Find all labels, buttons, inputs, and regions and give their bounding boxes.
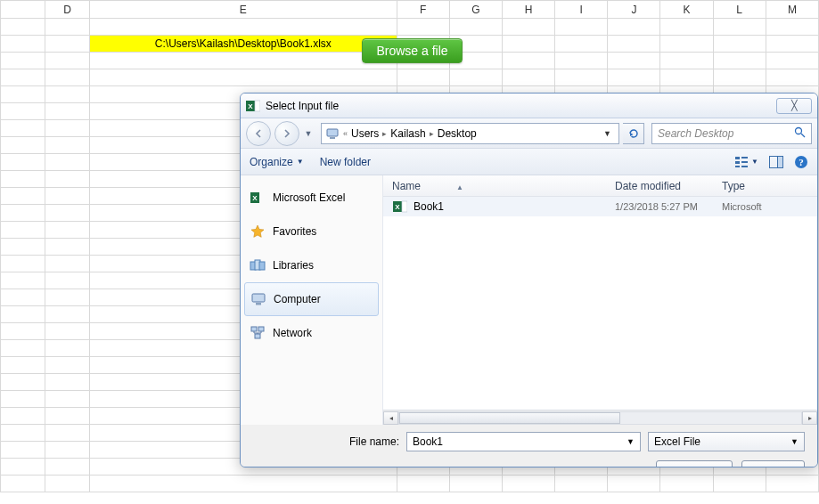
svg-rect-12 [741,166,748,167]
svg-rect-3 [327,129,338,136]
col-header[interactable]: G [449,1,502,19]
svg-rect-21 [259,262,265,270]
svg-rect-24 [251,327,257,331]
address-bar[interactable]: « Users▸ Kailash▸ Desktop ▼ [321,123,619,144]
chevron-down-icon: ▼ [751,158,758,166]
svg-rect-28 [402,201,407,212]
svg-text:X: X [248,102,253,110]
network-icon [250,325,266,341]
sidebar-item-computer[interactable]: Computer [244,282,379,316]
cancel-button[interactable]: Cancel [741,460,805,467]
new-folder-button[interactable]: New folder [320,156,371,168]
sidebar-item-label: Microsoft Excel [273,191,345,204]
scroll-right-button[interactable]: ▸ [802,411,817,425]
col-header[interactable]: K [660,1,713,19]
header-name[interactable]: Name▲ [383,180,615,192]
sidebar-item-libraries[interactable]: Libraries [241,248,382,282]
svg-rect-26 [255,334,260,338]
svg-rect-22 [252,294,265,302]
svg-rect-9 [735,166,740,167]
col-header[interactable]: J [608,1,660,19]
file-type: Microsoft [722,201,817,212]
col-header[interactable]: L [713,1,766,19]
dialog-close-button[interactable]: ╳ [776,98,812,114]
file-type-filter[interactable]: Excel File ▼ [648,432,805,451]
sidebar-item-excel[interactable]: X Microsoft Excel [241,181,382,215]
breadcrumb-item[interactable]: Kailash▸ [390,127,433,140]
dialog-navbar: ▼ « Users▸ Kailash▸ Desktop ▼ Search Des… [241,118,817,149]
cell[interactable] [45,19,90,36]
chevron-right-icon: ▸ [430,129,434,138]
search-placeholder: Search Desktop [658,127,733,140]
col-header[interactable]: H [503,1,555,19]
scroll-track[interactable] [398,411,802,425]
organize-menu[interactable]: Organize▼ [250,156,304,168]
col-header[interactable]: F [397,1,449,19]
file-row[interactable]: X Book1 1/23/2018 5:27 PM Microsoft [383,197,817,216]
chevron-right-icon: ▸ [382,129,387,138]
computer-icon [250,291,266,307]
svg-rect-7 [735,157,740,159]
svg-rect-25 [258,327,264,331]
scroll-thumb[interactable] [399,412,620,424]
column-header-row: D E F G H I J K L M [1,1,819,19]
sidebar-item-label: Favorites [273,225,316,238]
col-header[interactable]: E [90,1,397,19]
sort-indicator-icon: ▲ [456,183,463,191]
sidebar-item-network[interactable]: Network [241,316,382,350]
file-open-dialog: X Select Input file ╳ ▼ « Users▸ Kailash… [240,93,818,467]
svg-point-5 [796,127,802,134]
scroll-left-button[interactable]: ◂ [383,411,398,425]
svg-rect-4 [330,137,335,139]
search-icon[interactable] [794,126,806,141]
svg-rect-10 [741,157,748,159]
address-dropdown[interactable]: ▼ [600,129,615,138]
file-name: Book1 [414,200,444,213]
svg-rect-8 [735,161,740,164]
col-header[interactable]: M [766,1,818,19]
back-button[interactable] [246,121,271,146]
path-cell[interactable]: C:\Users\Kailash\Desktop\Book1.xlsx [90,36,397,53]
col-header[interactable]: D [45,1,90,19]
filename-history-dropdown[interactable]: ▼ [627,437,635,446]
computer-icon [325,126,340,141]
tools-menu[interactable]: Tools▼ [601,465,647,468]
header-type[interactable]: Type [722,180,817,192]
chevron-left-icon: « [343,129,348,138]
horizontal-scrollbar[interactable]: ◂ ▸ [383,410,817,425]
preview-pane-toggle[interactable] [769,156,783,168]
svg-rect-23 [256,303,261,305]
svg-line-6 [801,134,805,137]
file-date: 1/23/2018 5:27 PM [615,201,722,212]
filename-label: File name: [253,435,399,448]
filename-input[interactable]: Book1 ▼ [406,432,641,451]
svg-rect-11 [741,161,748,163]
help-button[interactable]: ? [794,155,808,169]
search-input[interactable]: Search Desktop [651,123,812,144]
breadcrumb-item[interactable]: Users▸ [351,127,387,140]
nav-history-dropdown[interactable]: ▼ [303,125,314,142]
sidebar-item-favorites[interactable]: Favorites [241,215,382,248]
svg-rect-1 [255,101,260,111]
svg-rect-14 [778,156,783,167]
sidebar-item-label: Libraries [273,259,314,272]
svg-text:X: X [252,194,258,202]
browse-file-button[interactable]: Browse a file [362,38,463,63]
file-list: Name▲ Date modified Type X Book1 1/23/20… [383,175,817,425]
excel-icon: X [246,99,260,113]
forward-button[interactable] [274,121,299,146]
select-button[interactable]: Select▾ [656,460,732,467]
star-icon [250,224,266,240]
list-header: Name▲ Date modified Type [383,175,817,197]
view-options-button[interactable]: ▼ [734,156,758,168]
breadcrumb-item[interactable]: Desktop [438,127,477,140]
libraries-icon [250,257,266,273]
cell[interactable] [90,19,397,36]
refresh-button[interactable] [623,123,644,144]
split-dropdown-icon[interactable]: ▾ [708,467,717,467]
chevron-down-icon: ▼ [629,467,636,467]
chevron-down-icon: ▼ [297,158,304,166]
col-header[interactable]: I [555,1,608,19]
sidebar-item-label: Network [273,327,312,339]
header-date[interactable]: Date modified [615,180,722,192]
